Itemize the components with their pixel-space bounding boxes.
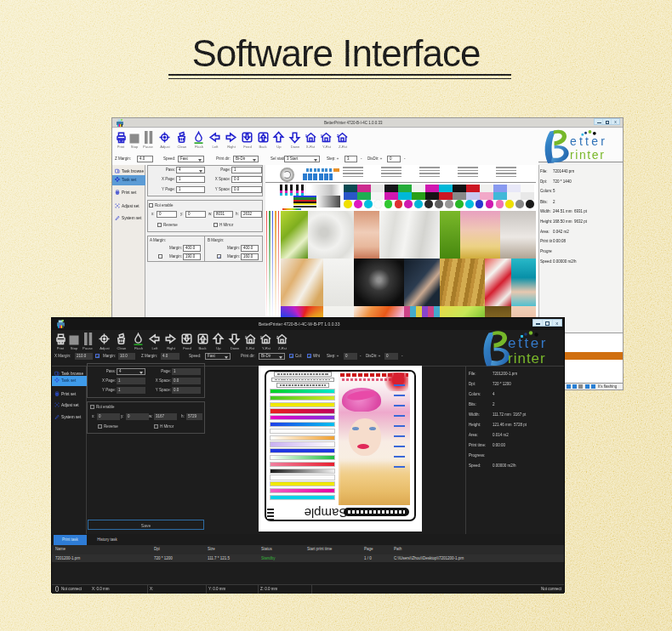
- svg-text:z: z: [276, 334, 279, 339]
- svg-text:y: y: [260, 334, 263, 339]
- svg-text:y: y: [321, 133, 323, 138]
- svg-text:x: x: [244, 334, 247, 339]
- svg-text:z: z: [337, 133, 339, 138]
- svg-text:x: x: [305, 133, 307, 138]
